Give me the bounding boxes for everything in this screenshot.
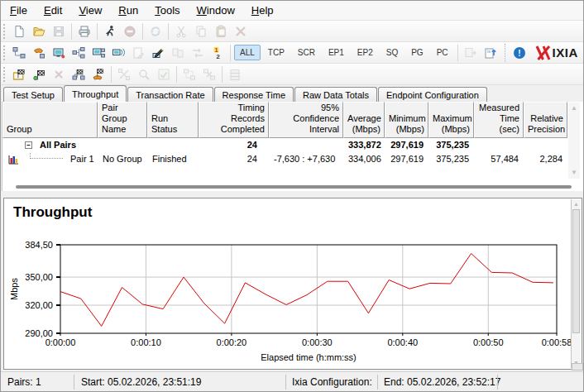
status-end: End: 05.02.2026, 23:52:17 [384,376,500,388]
menu-window[interactable]: Window [194,2,237,18]
add-voip-pair-icon[interactable] [29,43,49,63]
ixia-x-icon [534,45,553,61]
run-icon[interactable] [100,22,120,41]
collapse-icon[interactable]: − [25,141,32,149]
filter-ep2-button[interactable]: EP2 [352,45,379,60]
tree-branch [30,152,63,159]
toolbar-separator [142,23,143,40]
scroll-up-icon[interactable]: ▲ [568,103,580,114]
save-icon [49,22,69,41]
status-start: Start: 05.02.2026, 23:51:19 [81,376,201,388]
end-run-icon[interactable] [29,65,49,84]
results-tab-strip: Test Setup Throughput Transaction Rate R… [1,85,583,102]
toolbar-grip[interactable] [3,67,5,82]
col-header-run-status[interactable]: Run Status [147,102,199,138]
menu-file[interactable]: File [7,2,30,18]
filter-scr-button[interactable]: SCR [292,45,321,60]
print-icon[interactable] [74,22,94,41]
tab-response-time[interactable]: Response Time [214,87,294,102]
add-hardware-pair-icon[interactable] [49,43,69,63]
throughput-chart-panel: Throughput 0:00:000:00:100:00:200:00:300… [3,198,582,370]
scroll-up-icon[interactable]: ▲ [572,199,581,209]
filter-pg-button[interactable]: PG [405,45,428,60]
export-icon[interactable]: ts [481,43,500,63]
col-header-timing-records[interactable]: Timing RecordsCompleted [199,102,269,138]
open-icon[interactable] [29,22,49,41]
menu-tools[interactable]: Tools [152,2,182,18]
svg-text:2: 2 [216,52,219,59]
toolbar-separator [230,45,231,61]
svg-text:0:00:20: 0:00:20 [217,337,247,347]
edit-test-icon [128,43,148,63]
table-vertical-scrollbar[interactable]: ▲ ▼ [568,103,580,179]
group-cell: − All Pairs [2,138,98,152]
menu-edit[interactable]: Edit [41,2,65,18]
col-header-confidence[interactable]: 95% ConfidenceInterval [269,102,343,138]
svg-text:Elapsed time (h:mm:ss): Elapsed time (h:mm:ss) [261,352,357,362]
edit-pair-icon[interactable] [148,43,168,63]
run-multicast-icon[interactable] [69,65,89,84]
chart-vertical-scrollbar[interactable]: ▲ ▼ [571,199,581,368]
pair-chart-icon [8,155,19,166]
table-horizontal-scrollbar[interactable] [16,185,572,189]
add-pair-icon[interactable] [9,43,29,63]
col-header-average[interactable]: Average(Mbps) [343,102,385,138]
svg-text:0:00:30: 0:00:30 [302,337,333,347]
menu-help[interactable]: Help [249,2,276,18]
scrollbar-thumb[interactable] [572,209,580,333]
run-test-icon[interactable] [9,65,29,84]
run-voip-icon[interactable] [89,65,108,84]
connect-pair-icon [114,65,134,84]
menu-view[interactable]: View [76,2,104,18]
svg-text:Mbps: Mbps [9,278,19,300]
filter-tcp-button[interactable]: TCP [262,45,290,60]
add-multicast-group-icon[interactable] [69,43,89,63]
filter-ep1-button[interactable]: EP1 [323,45,350,60]
svg-text:ts: ts [487,49,491,54]
filter-all-button[interactable]: ALL [234,45,261,60]
new-icon[interactable] [9,22,29,41]
import-icon [461,43,481,63]
verify-pair-icon [154,65,174,84]
table-row-pair-1[interactable]: Pair 1 No Group Finished 24 -7,630 : +7,… [2,152,583,166]
col-header-maximum[interactable]: Maximum(Mbps) [428,102,474,138]
ixia-logo: IXIA [534,45,578,61]
col-header-group[interactable]: Group [2,102,98,138]
toolbar-separator [457,45,458,61]
status-bar: Pairs: 1 Start: 05.02.2026, 23:51:19 Ixi… [1,371,583,391]
tab-test-setup[interactable]: Test Setup [3,87,63,102]
tab-transaction-rate[interactable]: Transaction Rate [127,87,213,102]
col-header-minimum[interactable]: Minimum(Mbps) [385,102,428,138]
filter-pc-button[interactable]: PC [431,45,454,60]
status-ixia-config: Ixia Configuration: [292,376,372,388]
status-pairs: Pairs: 1 [7,376,41,388]
tab-raw-data-totals[interactable]: Raw Data Totals [294,87,377,102]
col-header-pair-group-name[interactable]: Pair GroupName [98,102,147,138]
menu-bar: File Edit View Run Tools Window Help [1,1,583,21]
add-video-pair-icon[interactable] [108,43,128,63]
ixchariot-window: File Edit View Run Tools Window Help [0,0,584,392]
toolbar-pairs: 12 ALL TCP SCR EP1 EP2 SQ PG PC ts ! IXI… [1,42,583,64]
toolbar-grip[interactable] [3,24,5,39]
table-row-all-pairs[interactable]: − All Pairs 24 333,872 297,619 375,235 [2,138,583,152]
view-pair-icon [134,65,154,84]
svg-text:0:00:10: 0:00:10 [131,337,161,347]
svg-text:!: ! [518,48,520,57]
delete-icon [231,22,251,41]
add-hardware-multicast-icon[interactable] [89,43,108,63]
renumber-pairs-icon[interactable]: 12 [208,43,227,63]
filter-sq-button[interactable]: SQ [381,45,404,60]
col-header-measured-time[interactable]: MeasuredTime (sec) [474,102,524,138]
status-separator [285,375,286,390]
tab-endpoint-configuration[interactable]: Endpoint Configuration [378,87,487,102]
throughput-line-chart: 0:00:000:00:100:00:200:00:300:00:400:00:… [4,222,572,369]
col-header-relative-precision[interactable]: RelativePrecision [524,102,567,138]
svg-text:0:00:50: 0:00:50 [473,337,504,347]
scroll-down-icon[interactable]: ▼ [568,167,580,179]
tab-throughput[interactable]: Throughput [64,85,127,102]
toolbar-separator [222,66,223,83]
menu-run[interactable]: Run [116,2,141,18]
info-icon[interactable]: ! [510,43,529,63]
toolbar-grip[interactable] [3,45,5,60]
status-separator [74,375,74,390]
